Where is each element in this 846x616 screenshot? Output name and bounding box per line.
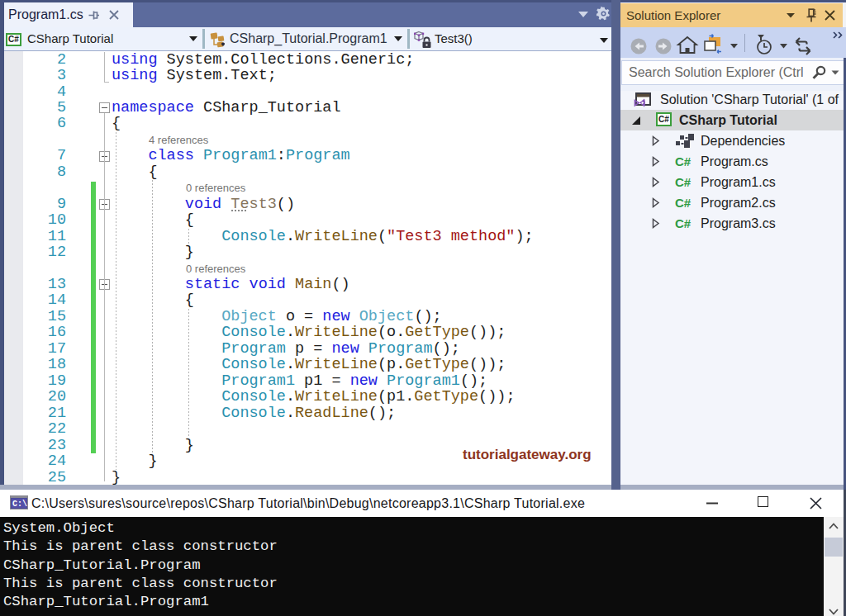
svg-text:C:\: C:\ xyxy=(12,500,27,509)
